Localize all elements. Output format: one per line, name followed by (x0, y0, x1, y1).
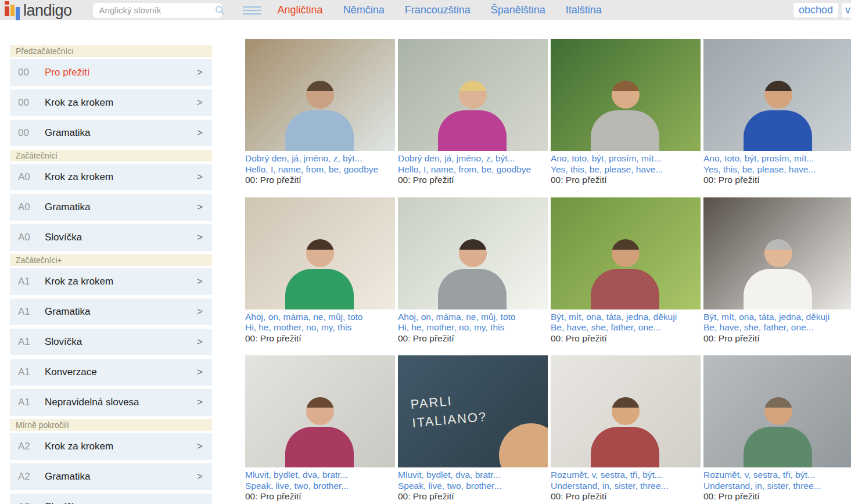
chevron-right-icon: > (197, 306, 203, 318)
sidebar-item[interactable]: 00 Krok za krokem > (10, 89, 212, 116)
lesson-card[interactable]: PARLI ITALIANO? Mluvit, bydlet, dva, bra… (398, 355, 548, 502)
level-code: A1 (18, 366, 37, 378)
lesson-czech-link[interactable]: Mluvit, bydlet, dva, bratr... (245, 470, 395, 481)
blonde-woman-waving[interactable] (398, 39, 548, 151)
lesson-english-link[interactable]: Hi, he, mother, no, my, this (398, 322, 548, 333)
level-code: A2 (18, 501, 37, 504)
lesson-caption: Mluvit, bydlet, dva, bratr... Speak, liv… (398, 467, 548, 502)
lesson-card[interactable]: Ahoj, on, máma, ne, můj, toto Hi, he, mo… (245, 197, 395, 344)
lesson-caption: Mluvit, bydlet, dva, bratr... Speak, liv… (245, 467, 395, 502)
lesson-caption: Být, mít, ona, táta, jedna, děkuji Be, h… (703, 309, 851, 344)
lesson-czech-link[interactable]: Rozumět, v, sestra, tři, být... (703, 470, 851, 481)
lesson-level: 00: Pro přežití (398, 491, 548, 502)
lesson-level: 00: Pro přežití (703, 333, 851, 344)
lesson-card[interactable]: Být, mít, ona, táta, jedna, děkuji Be, h… (551, 197, 701, 344)
sidebar-item[interactable]: 00 Pro přežití > (10, 59, 212, 86)
lesson-czech-link[interactable]: Být, mít, ona, táta, jedna, děkuji (551, 312, 701, 323)
lesson-czech-link[interactable]: Mluvit, bydlet, dva, bratr... (398, 470, 548, 481)
chalkboard-parli-italiano[interactable]: PARLI ITALIANO? (398, 355, 548, 467)
sidebar-item[interactable]: A2 Gramatika > (10, 463, 212, 490)
sidebar-item[interactable]: A1 Krok za krokem > (10, 268, 212, 295)
lesson-english-link[interactable]: Hi, he, mother, no, my, this (245, 322, 395, 333)
lesson-card[interactable]: Ano, toto, být, prosím, mít... Yes, this… (551, 39, 701, 186)
lesson-czech-link[interactable]: Dobrý den, já, jméno, z, být... (398, 153, 548, 164)
lesson-english-link[interactable]: Yes, this, be, please, have... (551, 164, 701, 175)
person-figure (285, 397, 355, 467)
sidebar-item-label: Gramatika (45, 471, 90, 483)
lesson-czech-link[interactable]: Ano, toto, být, prosím, mít... (551, 153, 701, 164)
lesson-card[interactable]: Ano, toto, být, prosím, mít... Yes, this… (703, 39, 851, 186)
nav-link[interactable]: Angličtina (278, 4, 323, 16)
sidebar-item[interactable]: A1 Nepravidelná slovesa > (10, 389, 212, 416)
sidebar-item[interactable]: A0 Krok za krokem > (10, 164, 212, 190)
lesson-czech-link[interactable]: Být, mít, ona, táta, jedna, děkuji (703, 312, 851, 323)
lesson-english-link[interactable]: Understand, in, sister, three... (551, 481, 701, 492)
level-code: A2 (18, 471, 37, 483)
nav-link[interactable]: Němčina (343, 4, 385, 16)
lesson-caption: Rozumět, v, sestra, tři, být... Understa… (551, 467, 701, 502)
sidebar-item[interactable]: A1 Konverzace > (10, 359, 212, 386)
lesson-card[interactable]: Rozumět, v, sestra, tři, být... Understa… (551, 355, 701, 502)
chevron-right-icon: > (197, 127, 203, 139)
lesson-english-link[interactable]: Speak, live, two, brother... (245, 481, 395, 492)
nav-link[interactable]: Italština (566, 4, 602, 16)
sidebar-item-label: Gramatika (45, 127, 90, 139)
sidebar-item-label: Slovíčka (45, 336, 82, 348)
search-icon[interactable] (215, 5, 225, 15)
sidebar-item-label: Krok za krokem (45, 171, 113, 183)
sidebar-item[interactable]: 00 Gramatika > (10, 120, 212, 146)
woman-smiling-at-phone[interactable] (398, 197, 548, 309)
level-code: A1 (18, 306, 37, 318)
person-figure (744, 397, 813, 467)
lesson-card[interactable]: Dobrý den, já, jméno, z, být... Hello, I… (398, 39, 548, 186)
lesson-card[interactable]: Mluvit, bydlet, dva, bratr... Speak, liv… (245, 355, 395, 502)
menu-hamburger-icon[interactable] (243, 6, 261, 15)
logo[interactable]: landigo (5, 1, 72, 20)
sidebar-item[interactable]: A2 Krok za krokem > (10, 433, 212, 460)
lesson-card[interactable]: Dobrý den, já, jméno, z, být... Hello, I… (245, 39, 395, 186)
sidebar-item-label: Krok za krokem (45, 441, 113, 452)
lesson-card[interactable]: Rozumět, v, sestra, tři, být... Understa… (703, 355, 851, 502)
lesson-card[interactable]: Být, mít, ona, táta, jedna, děkuji Be, h… (703, 197, 851, 344)
sidebar-item[interactable]: A1 Gramatika > (10, 298, 212, 325)
mechanic-thumbs-up-garage[interactable] (703, 39, 851, 151)
lesson-english-link[interactable]: Speak, live, two, brother... (398, 481, 548, 492)
sidebar-section-title: Začátečníci (10, 150, 212, 161)
lesson-english-link[interactable]: Understand, in, sister, three... (703, 481, 851, 492)
chevron-right-icon: > (197, 276, 203, 287)
lesson-czech-link[interactable]: Ano, toto, být, prosím, mít... (703, 153, 851, 164)
lesson-czech-link[interactable]: Rozumět, v, sestra, tři, být... (551, 470, 701, 481)
sidebar-item[interactable]: A2 Slovíčka > (10, 494, 212, 504)
man-shrugging[interactable] (551, 355, 701, 467)
lesson-czech-link[interactable]: Dobrý den, já, jméno, z, být... (245, 153, 395, 164)
lesson-english-link[interactable]: Be, have, she, father, one... (551, 322, 701, 333)
two-women-studying[interactable] (245, 355, 395, 467)
lesson-card[interactable]: Ahoj, on, máma, ne, můj, toto Hi, he, mo… (398, 197, 548, 344)
older-man-glasses-smiling[interactable] (703, 197, 851, 309)
level-code: A2 (18, 441, 37, 452)
lesson-english-link[interactable]: Hello, I, name, from, be, goodbye (245, 164, 395, 175)
lesson-english-link[interactable]: Yes, this, be, please, have... (703, 164, 851, 175)
sidebar-item[interactable]: A0 Slovíčka > (10, 224, 212, 251)
lesson-czech-link[interactable]: Ahoj, on, máma, ne, můj, toto (245, 312, 395, 323)
man-waving-at-desk[interactable] (245, 39, 395, 151)
lesson-english-link[interactable]: Be, have, she, father, one... (703, 322, 851, 333)
man-drinking-wine-vineyard[interactable] (551, 197, 701, 309)
sidebar-item[interactable]: A1 Slovíčka > (10, 329, 212, 355)
shop-button[interactable]: obchod (793, 3, 838, 17)
sidebar: Předzačátečníci 00 Pro přežití > 00 Krok… (10, 45, 212, 504)
lesson-english-link[interactable]: Hello, I, name, from, be, goodbye (398, 164, 548, 175)
nav-link[interactable]: Francouzština (405, 4, 471, 16)
lesson-level: 00: Pro přežití (703, 175, 851, 186)
search-input[interactable] (99, 5, 215, 15)
person-figure (285, 81, 355, 151)
sidebar-item[interactable]: A0 Gramatika > (10, 194, 212, 221)
lesson-czech-link[interactable]: Ahoj, on, máma, ne, můj, toto (398, 312, 548, 323)
boy-thumbs-up-supermarket[interactable] (551, 39, 701, 151)
nav-link[interactable]: Španělština (491, 4, 545, 16)
lesson-caption: Ahoj, on, máma, ne, můj, toto Hi, he, mo… (245, 309, 395, 344)
woman-on-floor-waving-phone[interactable] (245, 197, 395, 309)
lesson-level: 00: Pro přežití (703, 491, 851, 502)
header-partial-button[interactable]: v (842, 3, 851, 17)
frustrated-man-at-laptop[interactable] (703, 355, 851, 467)
